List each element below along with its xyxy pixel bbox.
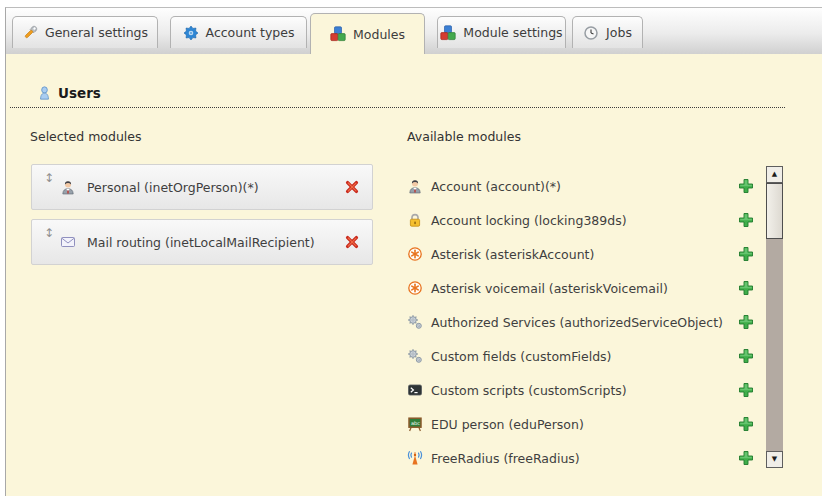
gear-icon (183, 25, 199, 41)
available-module-row: Custom scripts (customScripts) (407, 380, 755, 400)
add-module-button[interactable] (738, 280, 755, 297)
clock-icon (583, 25, 599, 41)
gears-icon (407, 314, 423, 330)
available-module-row: Authorized Services (authorizedServiceOb… (407, 312, 755, 332)
settings-panel: General settings Account types Modules M… (5, 7, 822, 496)
selected-module-mail-routing[interactable]: ↕ Mail routing (inetLocalMailRecipient) (31, 219, 373, 265)
available-module-row: EDU person (eduPerson) (407, 414, 755, 434)
modules-tab-content: Users Selected modules Available modules… (6, 54, 822, 496)
tab-bar: General settings Account types Modules M… (6, 8, 822, 54)
available-module-label: Custom scripts (customScripts) (431, 383, 627, 398)
drag-handle-icon[interactable]: ↕ (42, 226, 56, 240)
plus-icon (738, 280, 754, 296)
selected-modules-heading: Selected modules (30, 129, 142, 144)
terminal-icon (407, 382, 423, 398)
wrench-icon (22, 25, 38, 41)
available-module-row: Asterisk voicemail (asteriskVoicemail) (407, 278, 755, 298)
add-module-button[interactable] (738, 416, 755, 433)
available-module-row: Account locking (locking389ds) (407, 210, 755, 230)
section-divider (10, 107, 785, 108)
available-module-row: Asterisk (asteriskAccount) (407, 244, 755, 264)
selected-module-label: Personal (inetOrgPerson)(*) (87, 180, 259, 195)
cubes-icon (330, 26, 346, 42)
remove-module-button[interactable] (340, 233, 358, 251)
add-module-button[interactable] (738, 348, 755, 365)
plus-icon (738, 450, 754, 466)
plus-icon (738, 348, 754, 364)
tab-label: Jobs (606, 25, 632, 40)
available-module-label: Account locking (locking389ds) (431, 213, 627, 228)
envelope-icon (60, 234, 76, 250)
available-module-label: Custom fields (customFields) (431, 349, 611, 364)
plus-icon (738, 178, 754, 194)
antenna-icon (407, 450, 423, 466)
cubes-icon (440, 25, 456, 41)
plus-icon (738, 314, 754, 330)
chalkboard-icon (407, 416, 423, 432)
scrollbar-thumb[interactable] (766, 183, 783, 239)
available-module-label: Account (account)(*) (431, 179, 561, 194)
scroll-up-button[interactable]: ▲ (766, 166, 783, 183)
tab-module-settings[interactable]: Module settings (437, 16, 566, 48)
tab-label: Modules (353, 27, 405, 42)
scroll-down-button[interactable]: ▼ (766, 451, 783, 468)
asterisk-icon (407, 280, 423, 296)
tab-general-settings[interactable]: General settings (12, 16, 158, 48)
padlock-icon (407, 212, 423, 228)
available-module-row: Account (account)(*) (407, 176, 755, 196)
available-module-label: Authorized Services (authorizedServiceOb… (431, 315, 723, 330)
person-icon (60, 179, 76, 195)
selected-module-personal[interactable]: ↕ Personal (inetOrgPerson)(*) (31, 164, 373, 210)
available-modules-scrollbar: ▲ ▼ (766, 166, 783, 468)
plus-icon (738, 246, 754, 262)
plus-icon (738, 212, 754, 228)
person-icon (407, 178, 423, 194)
tab-account-types[interactable]: Account types (170, 16, 307, 48)
remove-module-button[interactable] (340, 178, 358, 196)
tab-label: Account types (206, 25, 295, 40)
asterisk-icon (407, 246, 423, 262)
available-module-label: Asterisk (asteriskAccount) (431, 247, 594, 262)
drag-handle-icon[interactable]: ↕ (42, 171, 56, 185)
user-icon (37, 86, 52, 101)
available-module-label: EDU person (eduPerson) (431, 417, 584, 432)
add-module-button[interactable] (738, 450, 755, 467)
plus-icon (738, 416, 754, 432)
section-title: Users (58, 85, 101, 101)
delete-x-icon (344, 234, 360, 250)
add-module-button[interactable] (738, 246, 755, 263)
available-module-row: Custom fields (customFields) (407, 346, 755, 366)
available-module-label: FreeRadius (freeRadius) (431, 451, 580, 466)
delete-x-icon (344, 179, 360, 195)
section-heading-users: Users (37, 85, 101, 101)
available-module-label: Asterisk voicemail (asteriskVoicemail) (431, 281, 668, 296)
tab-label: Module settings (463, 25, 562, 40)
available-module-row: FreeRadius (freeRadius) (407, 448, 755, 468)
available-modules-heading: Available modules (407, 129, 521, 144)
add-module-button[interactable] (738, 178, 755, 195)
tab-label: General settings (45, 25, 148, 40)
add-module-button[interactable] (738, 382, 755, 399)
plus-icon (738, 382, 754, 398)
add-module-button[interactable] (738, 314, 755, 331)
add-module-button[interactable] (738, 212, 755, 229)
tab-modules[interactable]: Modules (310, 13, 425, 54)
tab-jobs[interactable]: Jobs (572, 16, 643, 48)
selected-module-label: Mail routing (inetLocalMailRecipient) (87, 235, 315, 250)
gears-icon (407, 348, 423, 364)
